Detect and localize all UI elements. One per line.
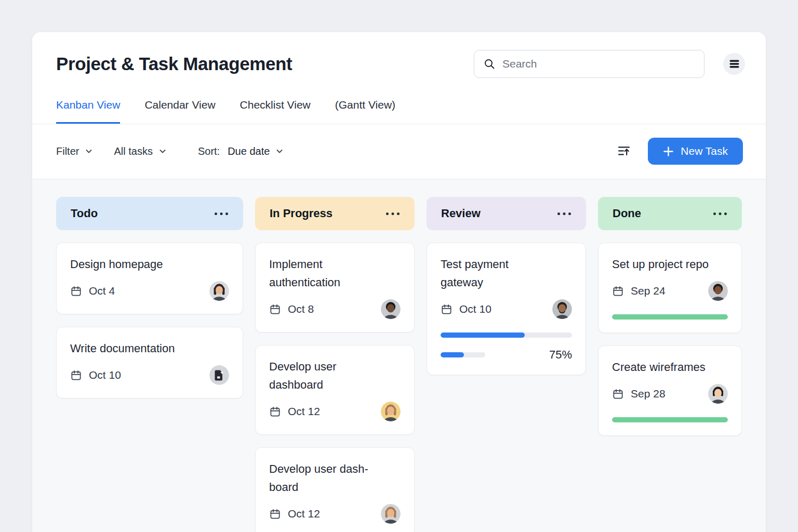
- progress-bar-track: [441, 352, 485, 357]
- task-title: Develop user dashboard: [269, 357, 401, 394]
- calendar-icon: [269, 303, 281, 315]
- search-icon: [483, 58, 496, 70]
- kanban-board: TodoDesign homepageOct 4Write documentat…: [32, 179, 766, 532]
- column-header-done: Done: [598, 197, 742, 230]
- progress-bar-fill: [441, 332, 525, 338]
- task-title: Implement authentication: [269, 255, 401, 291]
- tab-gantt-view[interactable]: (Gantt View): [335, 99, 395, 124]
- column-title: Todo: [71, 207, 98, 220]
- tab-calendar-view[interactable]: Calendar View: [144, 99, 215, 124]
- progress-bar-track: [441, 332, 572, 338]
- plus-icon: [663, 146, 674, 157]
- task-title: Develop user dash- board: [269, 460, 401, 496]
- sort-value: Due date: [228, 145, 270, 157]
- progress-label: 75%: [549, 348, 572, 362]
- progress-row: 75%: [441, 348, 572, 362]
- new-task-label: New Task: [681, 145, 728, 157]
- calendar-icon: [612, 388, 624, 400]
- task-title: Set up project repo: [612, 255, 728, 273]
- ellipsis-icon: [214, 212, 229, 216]
- column-menu-button[interactable]: [385, 210, 400, 218]
- ellipsis-icon: [385, 212, 400, 216]
- column-title: Done: [613, 207, 641, 220]
- calendar-icon: [269, 508, 281, 520]
- chevron-down-icon: [158, 147, 167, 155]
- task-card[interactable]: Test payment gatewayOct 1075%: [427, 243, 586, 375]
- search-box[interactable]: [474, 50, 704, 78]
- task-card[interactable]: Develop user dashboardOct 12: [255, 345, 415, 435]
- toolbar: Filter All tasks Sort: Due date: [32, 124, 766, 179]
- due-date: Sep 28: [631, 388, 666, 400]
- calendar-icon: [70, 285, 82, 297]
- column-in-progress: In ProgressImplement authenticationOct 8…: [255, 197, 415, 532]
- progress-row: [441, 332, 572, 338]
- calendar-icon: [70, 369, 82, 381]
- task-meta: Sep 24: [612, 281, 728, 301]
- column-menu-button[interactable]: [713, 210, 727, 218]
- task-meta: Oct 10: [441, 299, 572, 319]
- man-short-hair-avatar: [381, 299, 401, 319]
- view-tabs: Kanban View Calendar View Checklist View…: [56, 99, 745, 124]
- task-card[interactable]: Create wireframesSep 28: [598, 345, 742, 436]
- column-header-review: Review: [427, 197, 586, 230]
- column-menu-button[interactable]: [557, 210, 571, 218]
- due-date: Oct 8: [288, 303, 314, 315]
- task-meta: Oct 10: [70, 365, 229, 385]
- search-input[interactable]: [502, 58, 695, 70]
- task-title: Create wireframes: [612, 358, 728, 376]
- task-meta: Oct 4: [70, 281, 229, 301]
- hamburger-icon: [729, 60, 739, 68]
- progress-bar-fill: [612, 417, 728, 422]
- tab-checklist-view[interactable]: Checklist View: [240, 99, 311, 124]
- progress-bar-fill: [441, 352, 464, 357]
- column-done: DoneSet up project repoSep 24Create wire…: [598, 197, 742, 436]
- woman-bob-hair-avatar: [708, 384, 728, 404]
- hamburger-menu-button[interactable]: [723, 53, 745, 75]
- task-title: Design homepage: [70, 255, 229, 273]
- ellipsis-icon: [713, 212, 727, 216]
- task-card[interactable]: Develop user dash- boardOct 12: [255, 447, 415, 532]
- column-todo: TodoDesign homepageOct 4Write documentat…: [56, 197, 243, 398]
- column-review: ReviewTest payment gatewayOct 1075%: [427, 197, 586, 375]
- progress-bar-track: [612, 417, 728, 422]
- task-title: Write documentation: [70, 339, 229, 357]
- new-task-button[interactable]: New Task: [648, 138, 743, 165]
- page-title: Project & Task Management: [56, 54, 474, 74]
- column-header-in-progress: In Progress: [255, 197, 415, 230]
- task-meta: Oct 8: [269, 299, 401, 319]
- task-card[interactable]: Design homepageOct 4: [56, 243, 243, 314]
- sort-order-button[interactable]: [615, 142, 633, 161]
- due-date: Oct 10: [89, 369, 121, 381]
- progress-bar-track: [612, 314, 728, 320]
- column-menu-button[interactable]: [214, 210, 229, 218]
- filter-dropdown[interactable]: Filter: [56, 145, 93, 157]
- task-meta: Oct 12: [269, 504, 401, 524]
- task-title: Test payment gateway: [441, 255, 572, 291]
- column-title: Review: [441, 207, 481, 220]
- due-date: Oct 12: [288, 405, 320, 418]
- man-dark-skin-avatar: [708, 281, 728, 301]
- chevron-down-icon: [85, 147, 93, 155]
- assistant-bot-avatar: [209, 365, 229, 385]
- task-meta: Sep 28: [612, 384, 728, 404]
- woman-auburn-hair-avatar: [381, 402, 401, 421]
- task-card[interactable]: Write documentationOct 10: [56, 327, 243, 398]
- tab-kanban-view[interactable]: Kanban View: [56, 99, 120, 124]
- column-header-todo: Todo: [56, 197, 243, 230]
- sort-dropdown[interactable]: Sort: Due date: [198, 145, 284, 157]
- due-date: Oct 12: [288, 508, 320, 520]
- chevron-down-icon: [275, 147, 284, 155]
- task-card[interactable]: Set up project repoSep 24: [598, 243, 742, 333]
- app-window: Project & Task Management: [32, 32, 766, 532]
- progress-row: [612, 314, 728, 320]
- calendar-icon: [441, 303, 453, 315]
- sort-ascending-icon: [617, 144, 631, 158]
- due-date: Sep 24: [631, 285, 666, 297]
- calendar-icon: [612, 285, 624, 297]
- task-scope-label: All tasks: [114, 145, 152, 157]
- task-scope-dropdown[interactable]: All tasks: [114, 145, 166, 157]
- column-title: In Progress: [270, 207, 332, 220]
- calendar-icon: [269, 406, 281, 418]
- man-beard-avatar: [552, 299, 572, 319]
- task-card[interactable]: Implement authenticationOct 8: [255, 243, 415, 332]
